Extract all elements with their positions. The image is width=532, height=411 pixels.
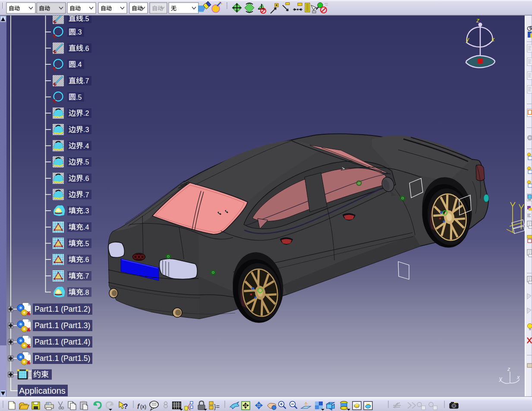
svg-text:Part1.1 (Part1.3): Part1.1 (Part1.3) <box>35 321 90 330</box>
svg-text:(x): (x) <box>140 404 146 410</box>
svg-text:.7: .7 <box>83 272 89 280</box>
svg-text:.7: .7 <box>83 191 89 199</box>
svg-text:.7: .7 <box>83 77 89 85</box>
svg-text:z: z <box>507 366 510 372</box>
svg-text:.2: .2 <box>83 110 89 117</box>
svg-text:.4: .4 <box>83 142 89 150</box>
svg-text:.3: .3 <box>83 207 89 215</box>
svg-text:.6: .6 <box>83 175 89 182</box>
svg-text:.6: .6 <box>83 45 89 52</box>
svg-text:.5: .5 <box>76 94 82 101</box>
svg-text:x: x <box>491 36 495 43</box>
svg-text:Part1.1 (Part1.5): Part1.1 (Part1.5) <box>35 354 90 363</box>
svg-text:x: x <box>516 374 520 380</box>
svg-text:?: ? <box>123 402 128 411</box>
svg-text:.3: .3 <box>83 126 89 133</box>
svg-text:.5: .5 <box>83 240 89 247</box>
svg-text:Part1.1 (Part1.2): Part1.1 (Part1.2) <box>35 305 90 313</box>
svg-text:y: y <box>466 36 469 43</box>
svg-text:.3: .3 <box>76 28 82 36</box>
svg-text:.5: .5 <box>83 15 89 22</box>
svg-text:.4: .4 <box>83 224 89 231</box>
svg-text:Applications: Applications <box>19 386 66 395</box>
svg-text:}=: }= <box>214 403 220 410</box>
svg-text:z: z <box>476 17 479 24</box>
svg-text:.8: .8 <box>83 289 89 296</box>
svg-text:.6: .6 <box>83 256 89 263</box>
svg-text:.5: .5 <box>83 158 89 166</box>
svg-text:Part1.1 (Part1.4): Part1.1 (Part1.4) <box>35 338 90 346</box>
svg-text:.4: .4 <box>76 61 82 68</box>
